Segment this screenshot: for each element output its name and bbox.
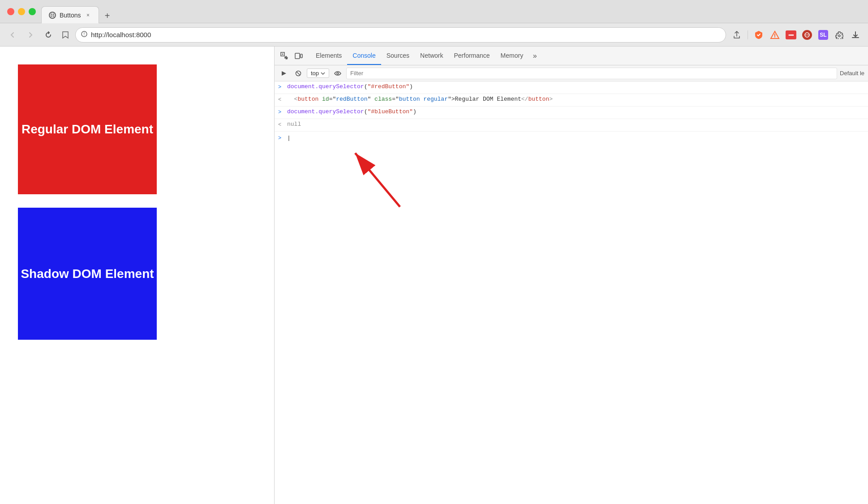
devtools-tabs: Elements Console Sources Network Perform… bbox=[307, 47, 541, 65]
forward-button[interactable] bbox=[23, 28, 38, 42]
browser-window: Buttons × + ! bbox=[0, 0, 868, 504]
console-input-line[interactable]: > | bbox=[275, 132, 868, 144]
console-arrow-1: > bbox=[278, 83, 287, 90]
tab-console[interactable]: Console bbox=[347, 47, 381, 65]
tab-elements[interactable]: Elements bbox=[310, 47, 347, 65]
separator bbox=[748, 30, 748, 39]
svg-rect-10 bbox=[301, 54, 302, 58]
console-context-selector[interactable]: top bbox=[307, 68, 329, 78]
passwords-button[interactable]: •••• bbox=[784, 28, 798, 42]
console-line-4: < null bbox=[275, 119, 868, 132]
active-tab[interactable]: Buttons × bbox=[41, 6, 99, 23]
tab-title: Buttons bbox=[60, 12, 81, 19]
console-run-button[interactable] bbox=[278, 68, 290, 79]
console-toolbar: top Default le bbox=[275, 65, 868, 81]
tab-memory[interactable]: Memory bbox=[495, 47, 529, 65]
sl-button[interactable]: SL bbox=[816, 28, 830, 42]
svg-point-7 bbox=[838, 35, 840, 37]
devtools-panel: Elements Console Sources Network Perform… bbox=[274, 47, 868, 504]
device-toggle-button[interactable] bbox=[292, 50, 305, 62]
console-cursor[interactable]: | bbox=[287, 135, 291, 141]
console-text-4: null bbox=[287, 121, 864, 128]
console-line-2: < <button id="redButton" class="button r… bbox=[275, 94, 868, 107]
blue-dom-button[interactable]: Shadow DOM Element bbox=[18, 208, 157, 340]
brave-shield-button[interactable] bbox=[752, 28, 766, 42]
console-arrow-3: > bbox=[278, 108, 287, 115]
default-levels: Default le bbox=[840, 70, 864, 77]
nav-right-buttons: •••• SL bbox=[730, 28, 863, 42]
console-text-2: <button id="redButton" class="button reg… bbox=[287, 96, 864, 103]
red-button-label: Regular DOM Element bbox=[21, 122, 153, 137]
svg-rect-9 bbox=[295, 53, 300, 59]
nav-bar: ! http://localhost:8000 bbox=[0, 23, 868, 47]
main-content: Regular DOM Element Shadow DOM Element bbox=[0, 47, 868, 504]
svg-point-4 bbox=[774, 37, 775, 38]
console-filter-input[interactable] bbox=[346, 68, 837, 79]
minimize-button[interactable] bbox=[18, 8, 25, 15]
page-content: Regular DOM Element Shadow DOM Element bbox=[0, 47, 274, 504]
bookmark-button[interactable] bbox=[59, 29, 72, 41]
share-button[interactable] bbox=[730, 28, 744, 42]
inspect-element-button[interactable] bbox=[278, 50, 291, 62]
tab-favicon bbox=[49, 12, 56, 19]
maximize-button[interactable] bbox=[29, 8, 36, 15]
url-text: http://localhost:8000 bbox=[91, 31, 151, 38]
console-eye-button[interactable] bbox=[332, 68, 344, 79]
console-clear-button[interactable] bbox=[292, 68, 304, 79]
console-text-3: document.querySelector("#blueButton") bbox=[287, 108, 864, 115]
console-arrow-4: < bbox=[278, 121, 287, 128]
extensions-button[interactable] bbox=[832, 28, 847, 42]
vpn-button[interactable] bbox=[800, 28, 814, 42]
tab-sources[interactable]: Sources bbox=[381, 47, 415, 65]
console-line-1: > document.querySelector("#redButton") bbox=[275, 81, 868, 94]
svg-line-13 bbox=[297, 72, 300, 75]
blue-button-label: Shadow DOM Element bbox=[21, 267, 154, 281]
devtools-tab-bar: Elements Console Sources Network Perform… bbox=[275, 47, 868, 65]
console-text-1: document.querySelector("#redButton") bbox=[287, 83, 864, 90]
close-button[interactable] bbox=[7, 8, 14, 15]
console-output-area: > document.querySelector("#redButton") <… bbox=[275, 81, 868, 504]
download-button[interactable] bbox=[848, 28, 863, 42]
new-tab-button[interactable]: + bbox=[101, 9, 113, 22]
window-controls bbox=[7, 8, 36, 15]
devtools-more-tabs[interactable]: » bbox=[529, 50, 541, 62]
reload-button[interactable] bbox=[41, 28, 56, 42]
red-dom-button[interactable]: Regular DOM Element bbox=[18, 64, 157, 194]
brave-triangle-button[interactable] bbox=[768, 28, 782, 42]
title-bar: Buttons × + bbox=[0, 0, 868, 23]
tab-performance[interactable]: Performance bbox=[448, 47, 495, 65]
back-button[interactable] bbox=[5, 28, 20, 42]
address-bar[interactable]: ! http://localhost:8000 bbox=[75, 27, 726, 43]
tab-close-button[interactable]: × bbox=[84, 12, 91, 19]
console-arrow-2: < bbox=[278, 96, 287, 103]
console-input-arrow: > bbox=[278, 134, 287, 141]
console-line-3: > document.querySelector("#blueButton") bbox=[275, 107, 868, 119]
tab-network[interactable]: Network bbox=[415, 47, 448, 65]
svg-text:!: ! bbox=[84, 32, 85, 37]
security-icon: ! bbox=[81, 31, 87, 38]
svg-marker-11 bbox=[282, 71, 286, 76]
tab-bar: Buttons × + bbox=[41, 0, 861, 23]
svg-point-14 bbox=[337, 73, 339, 74]
console-output: > document.querySelector("#redButton") <… bbox=[275, 81, 868, 504]
